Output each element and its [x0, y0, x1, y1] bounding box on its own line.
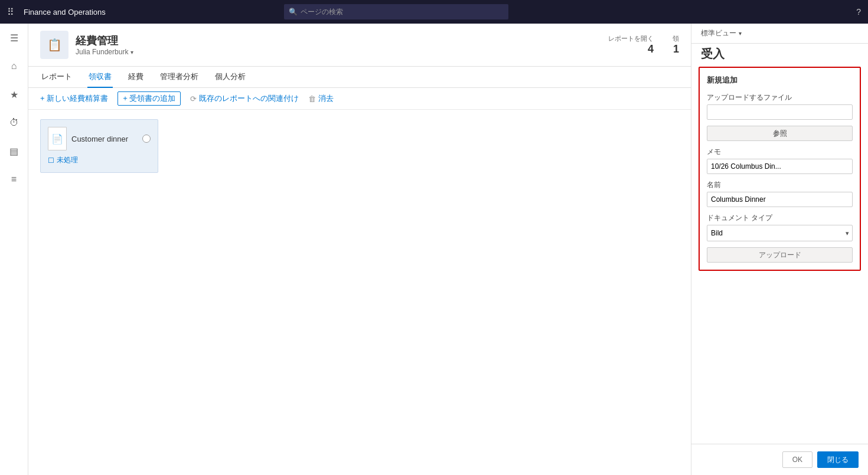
name-label: 名前 — [707, 180, 853, 190]
doc-type-label: ドキュメント タイプ — [707, 213, 853, 223]
receipt-radio[interactable] — [142, 135, 151, 143]
receipt-card[interactable]: 📄 Customer dinner ☐ 未処理 — [40, 119, 158, 173]
receipt-status[interactable]: ☐ 未処理 — [48, 155, 78, 165]
page-icon: 📋 — [40, 31, 68, 59]
sidebar-menu-icon[interactable]: ☰ — [5, 28, 24, 47]
sidebar-workspaces-icon[interactable]: ▤ — [5, 142, 24, 160]
document-icon: 📄 — [48, 127, 67, 150]
stat2-value: 1 — [673, 43, 679, 55]
name-input[interactable] — [707, 192, 853, 207]
add-receipt-button[interactable]: + 受領書の追加 — [118, 91, 181, 106]
search-bar: 🔍 — [284, 4, 508, 19]
page-stats: レポートを開く 4 領 1 — [608, 34, 679, 55]
form-section-title: 新規追加 — [707, 75, 853, 86]
tab-expenses[interactable]: 経費 — [127, 67, 145, 88]
page-subtitle: Julia Funderburk ▾ — [76, 48, 133, 56]
cards-area: 📄 Customer dinner ☐ 未処理 — [28, 110, 691, 475]
left-sidebar: ☰ ⌂ ★ ⏱ ▤ ≡ — [0, 24, 28, 475]
doc-type-select-wrapper: Bild PDF その他 ▾ — [707, 225, 853, 241]
sidebar-home-icon[interactable]: ⌂ — [5, 57, 24, 76]
form-panel: 新規追加 アップロードするファイル 参照 メモ 名前 ドキュメント タイプ — [699, 67, 861, 271]
tab-receipts[interactable]: 領収書 — [87, 67, 113, 88]
right-panel-header: 標準ビュー ▾ — [691, 24, 868, 44]
main-layout: ☰ ⌂ ★ ⏱ ▤ ≡ 📋 経費管理 Julia Funderburk ▾ レポ… — [0, 24, 868, 475]
search-icon: 🔍 — [289, 8, 298, 16]
tab-personal-analysis[interactable]: 個人分析 — [214, 67, 247, 88]
memo-label: メモ — [707, 147, 853, 157]
page-title-block: 経費管理 Julia Funderburk ▾ — [76, 34, 133, 56]
doc-type-select[interactable]: Bild PDF その他 — [707, 225, 853, 241]
right-panel-title: 受入 — [691, 44, 868, 67]
stat-receipts: 領 1 — [673, 34, 679, 55]
sidebar-modules-icon[interactable]: ≡ — [5, 170, 24, 189]
stat1-label: レポートを開く — [608, 34, 654, 43]
help-icon[interactable]: ? — [856, 7, 861, 17]
grid-icon[interactable]: ⠿ — [7, 6, 14, 18]
receipt-card-top: 📄 Customer dinner — [48, 127, 151, 150]
receipt-title: Customer dinner — [71, 135, 138, 143]
memo-input[interactable] — [707, 159, 853, 174]
stat1-value: 4 — [648, 43, 654, 55]
file-input[interactable] — [707, 104, 853, 120]
top-bar: ⠿ Finance and Operations 🔍 ? — [0, 0, 868, 24]
tab-bar: レポート 領収書 経費 管理者分析 個人分析 — [28, 67, 691, 88]
ok-button[interactable]: OK — [782, 451, 812, 468]
right-panel: 標準ビュー ▾ 受入 新規追加 アップロードするファイル 参照 メモ 名前 — [691, 24, 868, 475]
page-title: 経費管理 — [76, 34, 133, 48]
file-label: アップロードするファイル — [707, 93, 853, 103]
username-label: Julia Funderburk — [76, 48, 128, 56]
action-bar: + 新しい経費精算書 + 受領書の追加 ⟳ 既存のレポートへの関連付け 🗑 消去 — [28, 88, 691, 110]
search-input[interactable] — [284, 4, 508, 19]
standard-view-button[interactable]: 標準ビュー ▾ — [701, 28, 742, 38]
file-upload-group: アップロードするファイル — [707, 93, 853, 120]
sidebar-recent-icon[interactable]: ⏱ — [5, 113, 24, 132]
close-button[interactable]: 閉じる — [817, 451, 859, 468]
memo-group: メモ — [707, 147, 853, 174]
tab-report[interactable]: レポート — [40, 67, 73, 88]
app-title: Finance and Operations — [24, 8, 106, 17]
content-area: 📋 経費管理 Julia Funderburk ▾ レポートを開く 4 領 1 — [28, 24, 691, 475]
chevron-down-icon[interactable]: ▾ — [130, 49, 133, 55]
doc-type-group: ドキュメント タイプ Bild PDF その他 ▾ — [707, 213, 853, 241]
standard-view-chevron: ▾ — [739, 30, 742, 37]
stat2-label: 領 — [673, 34, 679, 43]
browse-button[interactable]: 参照 — [707, 126, 853, 141]
new-report-button[interactable]: + 新しい経費精算書 — [40, 93, 108, 104]
attach-button[interactable]: ⟳ 既存のレポートへの関連付け — [190, 93, 299, 104]
sidebar-favorites-icon[interactable]: ★ — [5, 85, 24, 104]
page-header: 📋 経費管理 Julia Funderburk ▾ レポートを開く 4 領 1 — [28, 24, 691, 67]
delete-button[interactable]: 🗑 消去 — [308, 93, 334, 104]
name-group: 名前 — [707, 180, 853, 207]
upload-button[interactable]: アップロード — [707, 247, 853, 263]
tab-admin-analysis[interactable]: 管理者分析 — [159, 67, 200, 88]
stat-open-reports: レポートを開く 4 — [608, 34, 654, 55]
right-panel-footer: OK 閉じる — [691, 444, 868, 475]
